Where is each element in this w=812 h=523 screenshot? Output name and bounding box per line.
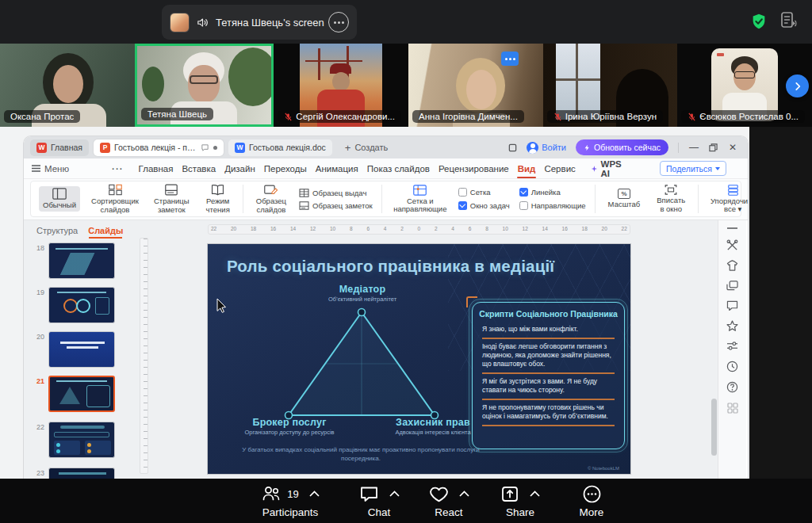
checkbox-ruler[interactable]: Линейка [519, 188, 586, 197]
slide-thumbnail-18[interactable] [48, 242, 115, 279]
participant-video-4[interactable]: Анна Ігорівна Димчен... [408, 44, 543, 127]
help-icon[interactable] [726, 381, 738, 393]
slide-master-button[interactable]: Образец слайдов [252, 182, 290, 216]
menu-review[interactable]: Рецензирование [438, 162, 510, 175]
slide-row-21-current[interactable]: 21 [32, 376, 115, 412]
broker-title: Брокер послуг [225, 417, 354, 428]
slide-row-19[interactable]: 19 [32, 287, 115, 323]
slide-row-18[interactable]: 18 [32, 242, 115, 279]
participant-video-3[interactable]: Сергій Олександрови... [274, 44, 408, 127]
menu-slideshow[interactable]: Показ слайдов [366, 162, 431, 175]
slide-row-20[interactable]: 20 [32, 331, 115, 368]
shared-screen-options-button[interactable] [328, 12, 349, 32]
star-favorites-icon[interactable] [726, 320, 738, 332]
slide-row-22[interactable]: 22 [32, 422, 115, 458]
video-content [190, 75, 218, 84]
tab-wps-home[interactable]: W Главная [30, 139, 89, 156]
menu-tools[interactable]: Сервис [543, 162, 576, 175]
participant-video-1[interactable]: Оксана Протас [0, 44, 135, 127]
chat-button[interactable]: Chat [349, 483, 409, 518]
tab-document[interactable]: W Гостьова лекція.doc [228, 139, 332, 156]
apps-grid-icon[interactable] [727, 403, 738, 414]
security-shield-icon[interactable] [750, 13, 768, 30]
slide-thumbnail-22[interactable] [48, 422, 115, 458]
tab-slides-active[interactable]: Слайды [88, 226, 123, 235]
design-skin-icon[interactable] [726, 260, 738, 271]
restore-window-icon[interactable] [508, 143, 517, 152]
new-tab-button[interactable]: +Создать [345, 142, 388, 154]
next-participants-page-button[interactable] [786, 74, 809, 97]
menu-design[interactable]: Дизайн [224, 162, 256, 175]
slide-canvas[interactable]: Роль соціального працівника в медіації М… [208, 244, 630, 474]
thumb-art [56, 380, 107, 382]
react-button[interactable]: React [419, 483, 479, 518]
share-screen-icon [500, 485, 519, 503]
tile-more-options-button[interactable] [501, 52, 519, 66]
vertical-scrollbar[interactable] [710, 220, 717, 479]
close-window-icon[interactable]: ✕ [727, 142, 738, 153]
update-now-button[interactable]: Обновить сейчас [576, 139, 668, 155]
layers-copy-icon[interactable] [726, 281, 738, 292]
main-menu-button[interactable]: Меню [32, 164, 69, 174]
arrange-all-button[interactable]: Упорядочить все ▾ [707, 183, 748, 216]
view-reading-button[interactable]: Режим чтения [202, 182, 234, 216]
view-sorter-button[interactable]: Сортировщик слайдов [89, 182, 141, 216]
ruler-number: 10 [503, 227, 508, 232]
slide-thumbnail-21-current[interactable] [48, 376, 115, 412]
tab-outline[interactable]: Структура [36, 226, 78, 235]
presentation-file-icon: P [100, 143, 110, 153]
slide-thumbnail-20[interactable] [48, 331, 115, 368]
comment-panel-icon[interactable] [726, 300, 738, 311]
menu-transitions[interactable]: Переходы [263, 162, 308, 175]
slide-watermark: © NotebookLM [588, 466, 619, 471]
scrollbar-thumb[interactable] [711, 399, 717, 456]
zoom-percent-icon: % [618, 189, 630, 199]
checkbox-task-window[interactable]: Окно задач [458, 201, 510, 210]
checkbox-grid[interactable]: Сетка [458, 188, 510, 197]
history-clock-icon[interactable] [726, 361, 738, 372]
share-screen-button[interactable]: Share [490, 483, 550, 518]
horizontal-ruler[interactable]: 2220181614121086420246810121416182022 [208, 224, 630, 235]
more-button[interactable]: More [568, 483, 615, 518]
checkbox-checked-icon [519, 188, 528, 197]
menu-home[interactable]: Главная [138, 162, 174, 175]
notes-master-button[interactable]: Образец заметок [299, 201, 373, 210]
share-document-button[interactable]: Поделиться [660, 161, 726, 176]
handout-master-button[interactable]: Образец выдач [299, 189, 373, 197]
slide-row-23[interactable]: 23 [32, 468, 115, 479]
checkbox-guides[interactable]: Направляющие [519, 201, 586, 210]
vertical-ruler[interactable] [140, 238, 148, 474]
tools-icon[interactable] [726, 239, 738, 251]
comment-bubble-icon[interactable] [201, 143, 209, 152]
broker-node: Брокер послуг Організатор доступу до рес… [225, 417, 354, 436]
menu-animation[interactable]: Анимация [315, 162, 359, 175]
participant-video-5[interactable]: Ірина Юріївна Верзун [543, 44, 678, 127]
view-notes-pages-button[interactable]: Страницы заметок [150, 182, 193, 216]
chevron-up-icon[interactable] [309, 491, 320, 497]
view-normal-button[interactable]: Обычный [39, 186, 80, 211]
restore-down-icon[interactable] [709, 143, 718, 152]
fit-to-window-button[interactable]: Вписать в окно [653, 183, 689, 215]
chevron-up-icon[interactable] [389, 491, 400, 497]
chevron-up-icon[interactable] [459, 491, 469, 497]
login-button[interactable]: Войти [527, 142, 566, 154]
minimize-window-icon[interactable]: — [688, 142, 699, 153]
wps-ai-button[interactable]: WPS AI [591, 159, 624, 178]
menu-view-active[interactable]: Вид [517, 162, 537, 175]
triangle-diagram [278, 304, 446, 423]
participants-button[interactable]: 19 Participants [252, 483, 328, 518]
settings-sliders-icon[interactable] [726, 341, 738, 351]
slide-thumbnail-23[interactable] [48, 468, 115, 479]
tab-presentation-active[interactable]: P Гостьова лекція - презентац [94, 139, 224, 156]
muted-mic-icon [688, 113, 696, 121]
menu-insert[interactable]: Вставка [181, 162, 216, 175]
grid-and-guides-button[interactable]: Сетка и направляющие [391, 183, 450, 216]
zoom-button[interactable]: % Масштаб [604, 187, 645, 210]
chevron-up-icon[interactable] [530, 491, 540, 497]
slide-thumbnail-19[interactable] [48, 287, 115, 323]
participant-video-2-active-speaker[interactable]: Тетяна Швець [135, 44, 274, 127]
collapse-panel-icon[interactable] [727, 227, 737, 230]
captions-transcript-icon[interactable] [778, 10, 799, 31]
more-tools-icon[interactable]: ··· [112, 164, 124, 174]
wps-right-tool-panel [718, 220, 746, 479]
